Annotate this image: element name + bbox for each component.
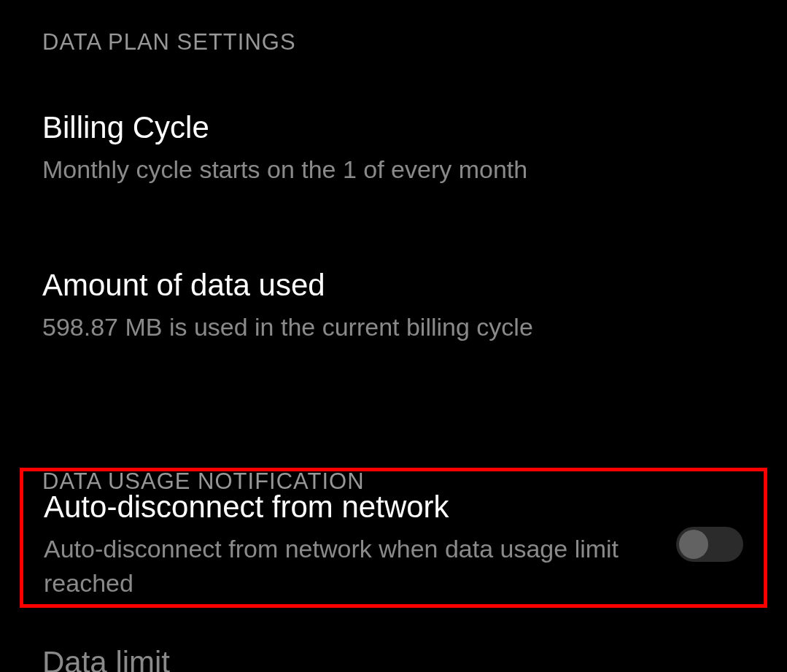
amount-used-title: Amount of data used [42, 266, 745, 306]
auto-disconnect-toggle[interactable] [676, 527, 743, 562]
billing-cycle-title: Billing Cycle [42, 108, 745, 148]
highlight-box: Auto-disconnect from network Auto-discon… [20, 468, 767, 608]
toggle-knob-icon [679, 530, 708, 559]
amount-used-subtitle: 598.87 MB is used in the current billing… [42, 310, 745, 345]
amount-used-row[interactable]: Amount of data used 598.87 MB is used in… [0, 266, 787, 344]
section-header-data-plan: DATA PLAN SETTINGS [0, 0, 787, 55]
billing-cycle-subtitle: Monthly cycle starts on the 1 of every m… [42, 152, 745, 188]
auto-disconnect-title: Auto-disconnect from network [44, 487, 662, 528]
auto-disconnect-subtitle: Auto-disconnect from network when data u… [44, 532, 662, 601]
data-limit-title[interactable]: Data limit [42, 645, 170, 672]
auto-disconnect-row[interactable]: Auto-disconnect from network Auto-discon… [23, 471, 764, 604]
billing-cycle-row[interactable]: Billing Cycle Monthly cycle starts on th… [0, 108, 787, 187]
